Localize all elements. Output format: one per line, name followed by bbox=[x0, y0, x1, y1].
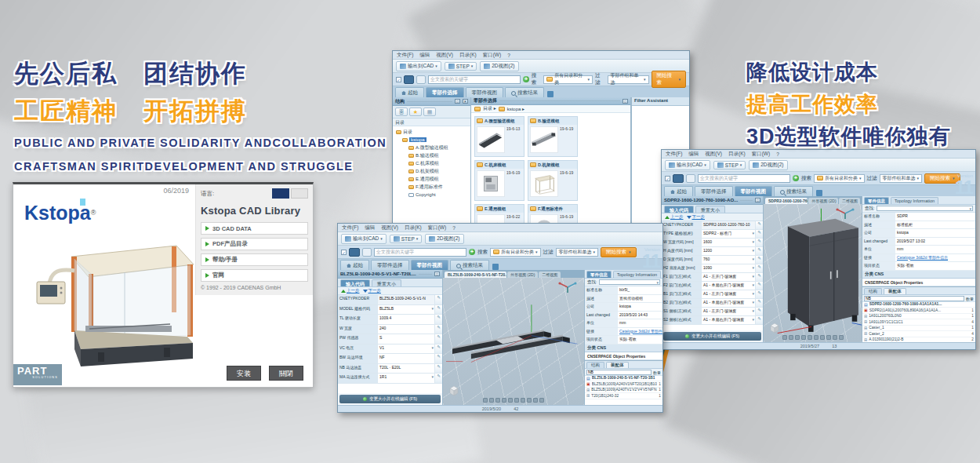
menu-item[interactable]: 视图(V) bbox=[436, 52, 453, 59]
export-to-cad-button[interactable]: 输出到CAD▾ bbox=[341, 234, 387, 244]
tab-extra-icon[interactable] bbox=[816, 190, 822, 196]
edit-parameter-button[interactable]: ✎ bbox=[755, 308, 763, 315]
tab-part-select[interactable]: 零部件选择 bbox=[371, 260, 409, 270]
edit-parameter-button[interactable]: ✎ bbox=[755, 221, 763, 229]
tab-start[interactable]: 起始 bbox=[340, 260, 369, 270]
viewport-tab[interactable]: 二维视图 bbox=[539, 272, 561, 278]
search-options-button[interactable] bbox=[416, 75, 426, 84]
prev-step-link[interactable]: 上一步 bbox=[341, 288, 360, 293]
apply-resize-button[interactable]: 变更大小并在线编辑 (F5) bbox=[663, 332, 761, 341]
tab-start[interactable]: 起始 bbox=[664, 186, 693, 196]
add-search-icon[interactable]: + bbox=[469, 249, 475, 255]
search-checkbox[interactable]: ✓ bbox=[396, 77, 401, 82]
tab-part-select[interactable]: 零部件选择 bbox=[695, 186, 733, 196]
tab-search-result[interactable]: 搜索结果 bbox=[774, 186, 813, 196]
edit-parameter-button[interactable]: ✎ bbox=[755, 264, 763, 272]
minimize-icon[interactable]: □ bbox=[434, 272, 440, 276]
menu-item[interactable]: 编辑 bbox=[365, 224, 375, 232]
step-format-button[interactable]: STEP▾ bbox=[713, 161, 746, 170]
structure-filter-input[interactable] bbox=[864, 296, 964, 301]
start-search-button[interactable]: 開始搜索▾ bbox=[601, 247, 637, 257]
tab-part-view[interactable]: 零部件视图 bbox=[411, 260, 449, 270]
search-scope-dropdown[interactable]: 所有目录和分类▾ bbox=[814, 174, 865, 183]
part-card-machine[interactable]: C.机床模组 19-6-19 bbox=[474, 160, 524, 201]
part-card-micro-conveyor[interactable]: A.微型输送模组 19-6-13 bbox=[474, 116, 524, 157]
actuator-3d-model[interactable] bbox=[446, 287, 579, 381]
part-card-frame[interactable]: D.机架模组 19-6-19 bbox=[528, 160, 578, 201]
tree-item[interactable]: C.机床模组 bbox=[393, 159, 470, 167]
assembly-node[interactable]: Caster_24 bbox=[862, 331, 975, 337]
viewport-toolbar[interactable] bbox=[782, 335, 844, 340]
fulltext-search-input[interactable] bbox=[428, 75, 521, 84]
breadcrumb-catalog[interactable]: 目录 ▸ bbox=[483, 105, 496, 112]
assembly-node[interactable]: BLZ5LB(1009)A240V1NFT20(1B1)B101 bbox=[585, 381, 662, 388]
history-calendar-button[interactable]: ▦ bbox=[423, 108, 436, 116]
install-button[interactable]: 安装 bbox=[227, 366, 261, 381]
edit-parameter-button[interactable]: ✎ bbox=[755, 282, 763, 290]
search-scope-dropdown[interactable]: 所有目录和分类▾ bbox=[490, 248, 541, 257]
search-scope-dropdown[interactable]: 所有目录和分类▾ bbox=[543, 75, 593, 84]
edit-parameter-button[interactable]: ✎ bbox=[434, 325, 442, 334]
menu-item[interactable]: 视图(V) bbox=[381, 224, 398, 232]
dialog-menu-item[interactable]: 官网 bbox=[201, 269, 308, 282]
assembly-node[interactable]: T20(1B1)240-321 bbox=[585, 393, 662, 399]
tree-item[interactable]: F.通用标准件 bbox=[393, 183, 470, 191]
tree-item[interactable]: B.输送模组 bbox=[393, 151, 470, 159]
tab-part-info[interactable]: 零件信息 bbox=[864, 197, 889, 204]
tree-item[interactable]: kstopa bbox=[393, 136, 470, 144]
assembly-node[interactable]: BLZ5LB(1009)A240TV1'V2'V4'V5'NF'N...1 bbox=[585, 388, 662, 394]
tab-assembly[interactable]: 装配体 bbox=[606, 362, 629, 368]
tree-item[interactable]: 目录 bbox=[393, 128, 470, 136]
tab-structure[interactable]: 结构 bbox=[864, 288, 882, 294]
edit-parameter-button[interactable]: ✎ bbox=[434, 295, 442, 304]
fulltext-search-input[interactable] bbox=[698, 174, 790, 183]
assembly-node[interactable]: 1A91L09Y1C1C1C14 bbox=[862, 319, 975, 326]
start-search-button[interactable]: 開始搜索▾ bbox=[652, 71, 686, 88]
tree-item[interactable]: E.通用模组 bbox=[393, 175, 470, 183]
tab-part-view[interactable]: 零部件视图 bbox=[735, 186, 773, 196]
search-options-button[interactable] bbox=[686, 174, 695, 183]
tree-item[interactable]: A.微型输送模组 bbox=[393, 144, 470, 151]
export-to-cad-button[interactable]: 输出到CAD▾ bbox=[665, 160, 710, 170]
dialog-menu-item[interactable]: PDF产品目录 bbox=[201, 238, 308, 250]
edit-parameter-button[interactable]: ✎ bbox=[434, 374, 442, 383]
search-options-button[interactable] bbox=[362, 248, 372, 257]
view-cube[interactable] bbox=[448, 385, 460, 397]
edit-parameter-button[interactable]: ✎ bbox=[755, 299, 763, 307]
views-2d-button[interactable]: 2D视图(2) bbox=[749, 160, 787, 170]
tab-extra-icon[interactable] bbox=[547, 91, 554, 97]
dialog-menu-item[interactable]: 帮助/手册 bbox=[201, 253, 308, 266]
structure-filter-input[interactable] bbox=[586, 370, 652, 375]
tab-resize[interactable]: 重置大小 bbox=[372, 279, 401, 286]
menu-item[interactable]: 视图(V) bbox=[705, 151, 722, 158]
menu-item[interactable]: 窗口(W) bbox=[428, 224, 446, 232]
viewport-tab[interactable]: SDPR2-1600-1200-760-1090-AO... bbox=[765, 198, 808, 204]
menu-item[interactable]: 文件(F) bbox=[397, 52, 413, 59]
dialog-menu-item[interactable]: 3D CAD DATA bbox=[201, 222, 308, 235]
tab-input-code[interactable]: 输入代码 bbox=[340, 279, 370, 286]
menu-item[interactable]: 窗口(W) bbox=[483, 52, 501, 59]
search-mode-button[interactable] bbox=[349, 248, 360, 257]
tree-item[interactable]: D.机架模组 bbox=[393, 167, 470, 175]
search-mode-button[interactable] bbox=[404, 75, 415, 84]
tab-structure[interactable]: 结构 bbox=[586, 362, 604, 368]
tab-extra-icon[interactable] bbox=[492, 264, 499, 270]
tab-topology[interactable]: Topology Information bbox=[613, 271, 661, 278]
assembly-node[interactable]: BLZ5LB-1009-240-S-V1-NF-T20-1B1 bbox=[585, 376, 662, 382]
viewport-tab[interactable]: BLZ5LB-1009-240-S-V1-NF-T20... bbox=[445, 272, 506, 278]
export-to-cad-button[interactable]: 输出到CAD▾ bbox=[396, 61, 441, 71]
views-2d-button[interactable]: 2D视图(2) bbox=[480, 61, 518, 71]
close-button[interactable]: 關閉 bbox=[269, 366, 303, 381]
tab-search-result[interactable]: 搜索结果 bbox=[450, 260, 489, 270]
edit-parameter-button[interactable]: ✎ bbox=[755, 247, 763, 255]
tab-search-result[interactable]: 搜索结果 bbox=[505, 87, 544, 97]
apply-resize-button[interactable]: 变更大小并在线编辑 (F5) bbox=[339, 395, 441, 403]
assembly-node[interactable]: 1A91L200760L0N01 bbox=[862, 314, 975, 320]
minimize-icon[interactable]: □ bbox=[455, 99, 460, 104]
edit-parameter-button[interactable]: ✎ bbox=[434, 345, 442, 354]
edit-parameter-button[interactable]: ✎ bbox=[755, 230, 763, 238]
menu-item[interactable]: 编辑 bbox=[419, 52, 430, 59]
language-button[interactable] bbox=[272, 188, 289, 199]
search-mode-button[interactable] bbox=[673, 174, 684, 183]
step-format-button[interactable]: STEP▾ bbox=[445, 62, 477, 71]
